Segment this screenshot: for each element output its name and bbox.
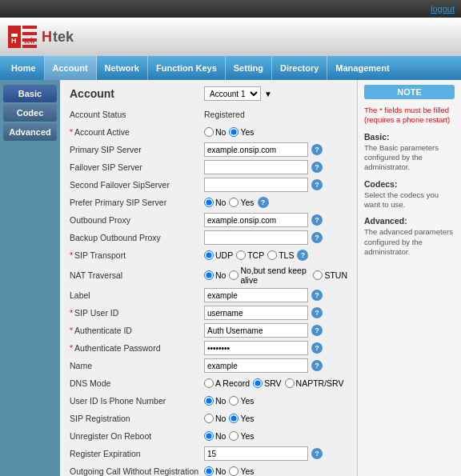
field-label: SIP User ID xyxy=(70,308,204,318)
radio-label[interactable]: No xyxy=(204,431,226,441)
text-input[interactable] xyxy=(204,142,308,157)
radio-input[interactable] xyxy=(229,127,239,137)
radio-input[interactable] xyxy=(229,466,239,476)
radio-label[interactable]: Yes xyxy=(229,396,254,406)
text-input[interactable] xyxy=(204,306,308,320)
text-input[interactable] xyxy=(204,213,308,227)
radio-label[interactable]: No xyxy=(204,127,226,137)
logo: H tek H tek xyxy=(8,26,90,48)
nav-item-home[interactable]: Home xyxy=(3,56,45,80)
text-input[interactable] xyxy=(204,446,308,461)
sidebar-btn-advanced[interactable]: Advanced xyxy=(3,123,57,141)
radio-label[interactable]: UDP xyxy=(204,250,233,260)
radio-label[interactable]: No xyxy=(204,396,226,406)
radio-input[interactable] xyxy=(285,378,295,388)
form-row: Primary SIP Server? xyxy=(70,141,347,158)
field-label: Label xyxy=(70,290,204,300)
radio-input[interactable] xyxy=(204,270,214,280)
text-input[interactable] xyxy=(204,323,308,338)
radio-group: A RecordSRVNAPTR/SRV xyxy=(204,378,344,388)
text-input[interactable] xyxy=(204,288,308,302)
nav-item-directory[interactable]: Directory xyxy=(272,56,327,80)
radio-input[interactable] xyxy=(204,250,214,260)
help-icon[interactable]: ? xyxy=(311,448,323,459)
help-icon[interactable]: ? xyxy=(311,307,323,318)
sidebar-btn-codec[interactable]: Codec xyxy=(3,104,57,122)
radio-label[interactable]: TCP xyxy=(236,250,264,260)
radio-input[interactable] xyxy=(204,127,214,137)
radio-input[interactable] xyxy=(204,431,214,441)
account-select-wrapper: Account 1Account 2Account 3Account 4Acco… xyxy=(204,86,272,101)
radio-input[interactable] xyxy=(229,396,239,406)
help-icon[interactable]: ? xyxy=(311,290,323,301)
radio-label[interactable]: STUN xyxy=(313,270,347,280)
radio-input[interactable] xyxy=(204,198,214,207)
text-input[interactable] xyxy=(204,178,308,192)
radio-label[interactable]: SRV xyxy=(253,378,281,388)
radio-label[interactable]: Yes xyxy=(229,198,254,207)
help-icon[interactable]: ? xyxy=(311,360,323,371)
nav-item-setting[interactable]: Setting xyxy=(226,56,272,80)
radio-label[interactable]: Yes xyxy=(229,127,254,137)
field-label: Authenticate ID xyxy=(70,326,204,335)
help-icon[interactable]: ? xyxy=(311,162,323,173)
help-icon[interactable]: ? xyxy=(258,197,269,208)
help-icon[interactable]: ? xyxy=(311,214,323,226)
radio-input[interactable] xyxy=(313,270,323,280)
field-label: User ID Is Phone Number xyxy=(70,396,204,406)
radio-input[interactable] xyxy=(204,414,214,423)
note-panel: NOTE The * fields must be filled (requir… xyxy=(357,80,461,476)
nav-item-management[interactable]: Management xyxy=(327,56,397,80)
radio-group: NoYes xyxy=(204,396,255,406)
form-row: SIP User ID? xyxy=(70,304,347,322)
content-area: Account Account 1Account 2Account 3Accou… xyxy=(60,80,357,476)
help-icon[interactable]: ? xyxy=(311,232,323,243)
text-input[interactable] xyxy=(204,358,308,373)
nav-item-function-keys[interactable]: Function Keys xyxy=(148,56,226,80)
help-icon[interactable]: ? xyxy=(311,325,323,336)
form-row: Label? xyxy=(70,286,347,304)
sidebar-btn-basic[interactable]: Basic xyxy=(3,85,57,102)
radio-input[interactable] xyxy=(204,466,214,476)
radio-label[interactable]: No xyxy=(204,414,226,423)
radio-label[interactable]: A Record xyxy=(204,378,250,388)
radio-input[interactable] xyxy=(229,270,239,280)
radio-input[interactable] xyxy=(253,378,263,388)
radio-input[interactable] xyxy=(204,396,214,406)
radio-label[interactable]: No,but send keep alive xyxy=(229,266,310,285)
text-input[interactable] xyxy=(204,230,308,245)
radio-label[interactable]: No xyxy=(204,466,226,476)
password-input[interactable] xyxy=(204,341,308,355)
form-row: Register Expiration? xyxy=(70,445,347,462)
radio-input[interactable] xyxy=(236,250,246,260)
nav-item-account[interactable]: Account xyxy=(45,56,97,80)
nav-item-network[interactable]: Network xyxy=(97,56,148,80)
radio-input[interactable] xyxy=(229,414,239,423)
logout-link[interactable]: logout xyxy=(431,4,455,14)
radio-input[interactable] xyxy=(229,431,239,441)
radio-input[interactable] xyxy=(229,198,239,207)
help-icon[interactable]: ? xyxy=(311,179,323,190)
radio-label[interactable]: NAPTR/SRV xyxy=(285,378,344,388)
help-icon[interactable]: ? xyxy=(311,144,323,155)
logo-text: H tek xyxy=(42,29,90,45)
radio-input[interactable] xyxy=(267,250,277,260)
field-value: ? xyxy=(204,160,347,174)
radio-label[interactable]: Yes xyxy=(229,466,254,476)
radio-label[interactable]: Yes xyxy=(229,414,254,423)
radio-label[interactable]: Yes xyxy=(229,431,254,441)
radio-label[interactable]: No xyxy=(204,270,226,280)
field-value: NoYes xyxy=(204,127,347,137)
account-select[interactable]: Account 1Account 2Account 3Account 4Acco… xyxy=(204,86,261,101)
help-icon[interactable]: ? xyxy=(311,342,323,354)
field-label: Account Active xyxy=(70,127,204,137)
radio-label[interactable]: No xyxy=(204,198,226,207)
field-value: NoYes xyxy=(204,414,347,423)
text-input[interactable] xyxy=(204,160,308,174)
help-icon[interactable]: ? xyxy=(297,250,308,261)
field-label: Outbound Proxy xyxy=(70,215,204,225)
radio-input[interactable] xyxy=(204,378,214,388)
radio-label[interactable]: TLS xyxy=(267,250,294,260)
sidebar: BasicCodecAdvanced xyxy=(0,80,60,476)
field-value: ? xyxy=(204,323,347,338)
